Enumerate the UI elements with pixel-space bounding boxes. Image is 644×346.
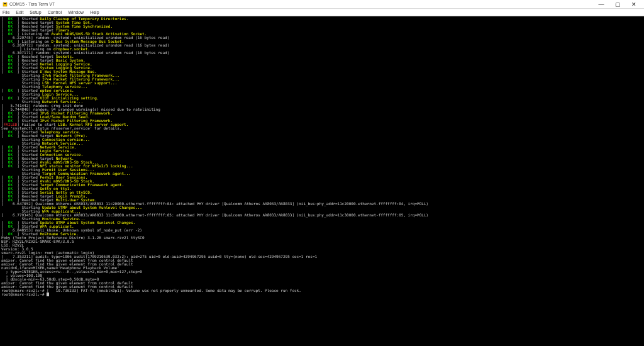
menu-window[interactable]: Window	[68, 10, 84, 14]
terminal-output[interactable]: [ OK ] Started Daily Cleanup of Temporar…	[0, 16, 644, 346]
menu-file[interactable]: File	[3, 10, 9, 14]
svg-rect-1	[4, 3, 6, 4]
app-icon	[3, 2, 8, 7]
close-button[interactable]: ✕	[629, 1, 639, 8]
minimize-button[interactable]: —	[596, 1, 606, 8]
menu-setup[interactable]: Setup	[30, 10, 41, 14]
terminal-line: root@smarc-rzv2l:~#	[1, 293, 643, 296]
menu-help[interactable]: Help	[90, 10, 99, 14]
cursor	[47, 293, 49, 296]
svg-rect-0	[3, 3, 7, 6]
menu-control[interactable]: Control	[48, 10, 62, 14]
menu-bar: File Edit Setup Control Window Help	[0, 9, 644, 16]
maximize-button[interactable]: ▢	[613, 1, 623, 8]
title-bar: COM15 - Tera Term VT — ▢ ✕	[0, 0, 644, 9]
menu-edit[interactable]: Edit	[16, 10, 23, 14]
window-title: COM15 - Tera Term VT	[9, 2, 596, 6]
